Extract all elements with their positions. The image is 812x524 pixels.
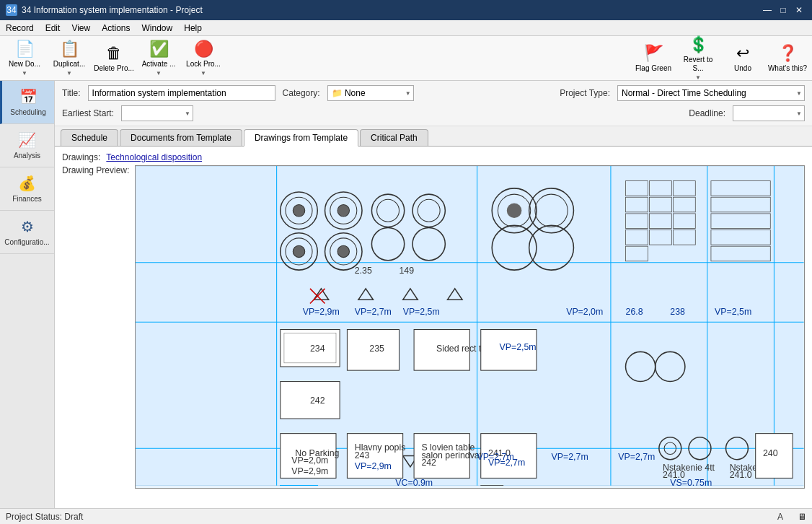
menu-actions[interactable]: Actions [96, 20, 136, 35]
sidebar-item-analysis[interactable]: 📈 Analysis [0, 124, 54, 167]
svg-text:VP=2,9m: VP=2,9m [292, 466, 329, 476]
svg-text:VP=2,9m: VP=2,9m [303, 307, 340, 317]
help-icon: ❓ [778, 44, 798, 63]
analysis-icon: 📈 [18, 131, 36, 149]
drawing-preview-label: Drawing Preview: [62, 165, 129, 175]
revert-button[interactable]: 💲 Revert to S... ▼ [676, 38, 720, 79]
drawings-section: Drawings: Technological disposition [55, 147, 812, 165]
tab-documents-from-template[interactable]: Documents from Template [120, 129, 242, 146]
svg-text:240: 240 [763, 448, 778, 458]
form-row-1: Title: Category: 📁 None Project Type: No… [62, 85, 805, 101]
sidebar-item-finances[interactable]: 💰 Finances [0, 167, 54, 211]
category-wrapper: 📁 None [327, 85, 414, 101]
tab-drawings-from-template[interactable]: Drawings from Template [244, 129, 358, 147]
lock-arrow: ▼ [200, 70, 206, 77]
new-doc-arrow: ▼ [22, 70, 27, 77]
svg-text:2.35: 2.35 [355, 266, 372, 276]
delete-label: Delete Pro... [94, 64, 134, 73]
app-icon: 34 [6, 4, 17, 16]
category-label: Category: [283, 88, 320, 98]
tab-schedule[interactable]: Schedule [61, 129, 118, 146]
duplicate-label: Duplicat... [53, 60, 85, 69]
svg-text:VS=0,75m: VS=0,75m [671, 478, 712, 486]
drawing-preview-container: 234 242 VP=2,9m VP=2,7m [135, 165, 805, 489]
sidebar-item-configuration[interactable]: ⚙ Configuratio... [0, 211, 54, 254]
maximize-button[interactable]: □ [776, 3, 790, 17]
flag-green-button[interactable]: 🚩 Flag Green [632, 38, 675, 79]
title-label: Title: [62, 88, 81, 98]
status-icon-1: 🖥 [798, 512, 806, 522]
deadline-wrapper [733, 105, 805, 121]
toolbar: 📄 New Do... ▼ 📋 Duplicat... ▼ 🗑 Delete P… [0, 36, 812, 81]
drawings-label: Drawings: [62, 152, 100, 162]
svg-text:VP=2,5m: VP=2,5m [500, 342, 537, 352]
flag-icon: 🚩 [644, 44, 663, 63]
svg-point-13 [294, 205, 305, 217]
svg-text:VP=2,7m: VP=2,7m [552, 452, 588, 462]
svg-text:VP=2,5m: VP=2,5m [715, 307, 751, 317]
deadline-select[interactable] [733, 105, 805, 121]
menu-view[interactable]: View [66, 20, 96, 35]
svg-point-19 [294, 245, 305, 257]
delete-button[interactable]: 🗑 Delete Pro... [92, 38, 136, 79]
title-bar: 34 34 Information system implementation … [0, 0, 812, 20]
sidebar: 📅 Scheduling 📈 Analysis 💰 Finances ⚙ Con… [0, 81, 55, 508]
deadline-label: Deadline: [689, 108, 725, 118]
window-title: 34 Information system implementation - P… [22, 5, 203, 15]
form-header: Title: Category: 📁 None Project Type: No… [55, 81, 812, 126]
duplicate-icon: 📋 [60, 40, 79, 58]
tab-content: Drawings: Technological disposition Draw… [55, 147, 812, 508]
svg-text:234: 234 [310, 344, 325, 354]
status-text: Project Status: Draft [6, 512, 83, 522]
earliest-start-label: Earliest Start: [62, 108, 114, 118]
status-right-text: A [777, 512, 783, 522]
svg-text:149: 149 [400, 266, 415, 276]
analysis-label: Analysis [14, 152, 40, 160]
svg-text:VP=2,7m: VP=2,7m [355, 307, 392, 317]
drawing-preview-section: Drawing Preview: [55, 165, 812, 508]
window-controls: — □ ✕ [760, 3, 806, 17]
undo-button[interactable]: ↩ Undo [721, 38, 764, 79]
activate-arrow: ▼ [156, 70, 162, 77]
svg-text:238: 238 [671, 307, 686, 317]
svg-text:VP=2,0m: VP=2,0m [292, 455, 329, 466]
config-icon: ⚙ [21, 218, 34, 235]
menu-record[interactable]: Record [0, 20, 40, 35]
menu-window[interactable]: Window [136, 20, 179, 35]
svg-text:VP=2,7m: VP=2,7m [619, 452, 656, 462]
help-button[interactable]: ❓ What's this? [766, 38, 809, 79]
close-button[interactable]: ✕ [792, 3, 806, 17]
drawing-name[interactable]: Technological disposition [106, 152, 202, 162]
scheduling-label: Scheduling [10, 108, 45, 116]
svg-text:242: 242 [422, 458, 437, 468]
tab-critical-path[interactable]: Critical Path [360, 129, 428, 146]
sidebar-item-scheduling[interactable]: 📅 Scheduling [0, 81, 54, 124]
menu-edit[interactable]: Edit [40, 20, 66, 35]
earliest-start-wrapper [121, 105, 193, 121]
minimize-button[interactable]: — [760, 3, 775, 17]
activate-button[interactable]: ✅ Activate ... ▼ [137, 38, 180, 79]
tab-bar: Schedule Documents from Template Drawing… [55, 126, 812, 147]
svg-text:242: 242 [310, 396, 325, 406]
new-doc-button[interactable]: 📄 New Do... ▼ [3, 38, 46, 79]
drawing-svg: 234 242 VP=2,9m VP=2,7m [136, 166, 804, 486]
category-select[interactable]: 📁 None [327, 85, 414, 101]
revert-arrow: ▼ [695, 74, 701, 81]
lock-button[interactable]: 🔴 Lock Pro... ▼ [182, 38, 225, 79]
svg-text:241.0: 241.0 [730, 470, 752, 480]
config-label: Configuratio... [4, 238, 49, 246]
delete-icon: 🗑 [106, 44, 122, 63]
earliest-start-select[interactable] [121, 105, 193, 121]
duplicate-button[interactable]: 📋 Duplicat... ▼ [48, 38, 91, 79]
title-input[interactable] [88, 85, 275, 101]
svg-text:VP=2,0m: VP=2,0m [567, 307, 604, 317]
form-row-2: Earliest Start: Deadline: [62, 105, 805, 121]
undo-label: Undo [734, 64, 751, 73]
project-type-select[interactable]: Normal - Direct Time Scheduling [617, 85, 805, 101]
project-type-wrapper: Normal - Direct Time Scheduling [617, 85, 805, 101]
menu-help[interactable]: Help [178, 20, 208, 35]
activate-icon: ✅ [149, 40, 169, 58]
svg-text:VP=2,7m: VP=2,7m [477, 452, 514, 462]
activate-label: Activate ... [142, 60, 176, 69]
svg-point-31 [507, 203, 522, 218]
